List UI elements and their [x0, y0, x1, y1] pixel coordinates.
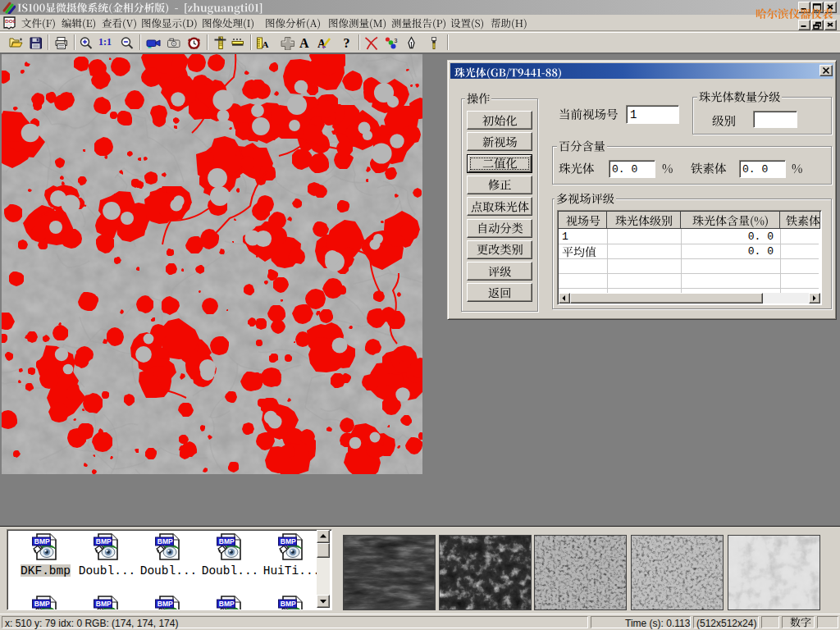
svg-text:?: ?	[344, 36, 350, 50]
svg-text:A: A	[299, 36, 309, 50]
svg-text:DOC: DOC	[5, 18, 16, 24]
svg-text:A: A	[262, 39, 269, 49]
svg-text:3: 3	[395, 38, 398, 43]
